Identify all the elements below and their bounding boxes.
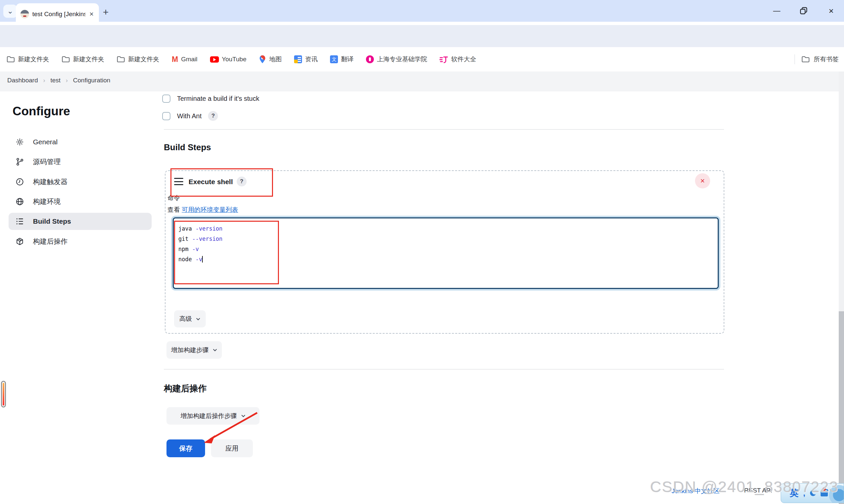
browser-toolbar: ← → ↻ 不安全 http://121.43.133.44:19090/jen… bbox=[0, 25, 844, 47]
breadcrumb-separator: › bbox=[43, 77, 45, 84]
bookmark-gmail[interactable]: M Gmail bbox=[172, 55, 197, 64]
sidebar-item-label: Build Steps bbox=[33, 217, 71, 225]
jenkins-favicon-icon bbox=[20, 10, 29, 18]
breadcrumb-dashboard[interactable]: Dashboard bbox=[7, 77, 38, 84]
news-icon bbox=[294, 55, 302, 63]
sidebar-item-build-triggers[interactable]: 构建触发器 bbox=[8, 173, 152, 191]
sidebar-item-build-environment[interactable]: 构建环境 bbox=[8, 193, 152, 210]
section-divider bbox=[164, 369, 724, 370]
bookmark-youtube[interactable]: YouTube bbox=[210, 56, 247, 63]
breadcrumb-job[interactable]: test bbox=[50, 77, 61, 84]
bookmark-label: Gmail bbox=[181, 56, 197, 63]
bookmark-label: YouTube bbox=[222, 56, 247, 63]
new-tab-button[interactable]: + bbox=[103, 6, 109, 18]
software-icon bbox=[440, 55, 448, 63]
env-hint-row: 查看 可用的环境变量列表 bbox=[168, 205, 238, 214]
sidebar-item-general[interactable]: General bbox=[8, 133, 152, 150]
env-variables-link[interactable]: 可用的环境变量列表 bbox=[182, 206, 238, 213]
add-build-step-label: 增加构建步骤 bbox=[171, 346, 209, 355]
add-build-step-button[interactable]: 增加构建步骤 bbox=[167, 341, 222, 359]
breadcrumb-bar: Dashboard › test › Configuration bbox=[0, 71, 844, 91]
with-ant-checkbox-label[interactable]: With Ant bbox=[177, 112, 202, 120]
config-sidebar: Configure General 源码管理 构建触发器 构建环境 Build … bbox=[0, 91, 155, 504]
checkbox-row-with-ant: With Ant ? bbox=[162, 111, 218, 121]
sidebar-item-build-steps[interactable]: Build Steps bbox=[8, 213, 152, 230]
bookmark-school[interactable]: 上海专业基础学院 bbox=[366, 55, 427, 64]
bookmark-label: 新建文件夹 bbox=[18, 55, 49, 64]
git-branch-icon bbox=[15, 157, 24, 166]
bookmark-software[interactable]: 软件大全 bbox=[440, 55, 476, 64]
bookmark-label: 地图 bbox=[269, 55, 281, 64]
bookmark-news[interactable]: 资讯 bbox=[294, 55, 317, 64]
advanced-button[interactable]: 高级 bbox=[174, 310, 206, 327]
breadcrumb-configuration[interactable]: Configuration bbox=[73, 77, 110, 84]
sidebar-item-label: 构建后操作 bbox=[33, 237, 68, 246]
sidebar-item-label: 构建触发器 bbox=[33, 177, 68, 186]
minimize-icon: — bbox=[773, 6, 780, 15]
restore-icon bbox=[799, 6, 808, 15]
bookmark-label: 资讯 bbox=[305, 55, 317, 64]
sidebar-item-source-code[interactable]: 源码管理 bbox=[8, 153, 152, 170]
annotation-arrow bbox=[194, 403, 267, 450]
translate-icon: 文 bbox=[330, 55, 338, 63]
globe-icon bbox=[15, 197, 24, 206]
bookmark-folder[interactable]: 新建文件夹 bbox=[6, 55, 49, 64]
with-ant-checkbox[interactable] bbox=[162, 112, 170, 120]
tab-title: test Config [Jenkins] bbox=[32, 11, 85, 18]
section-divider bbox=[164, 129, 724, 130]
checkbox-row-terminate: Terminate a build if it's stuck bbox=[162, 94, 259, 103]
env-hint-prefix: 查看 bbox=[168, 206, 182, 213]
close-icon: × bbox=[700, 177, 705, 185]
terminate-checkbox-label[interactable]: Terminate a build if it's stuck bbox=[177, 95, 259, 103]
scrollbar-thumb[interactable] bbox=[839, 311, 844, 504]
tab-close-icon[interactable]: × bbox=[89, 10, 94, 18]
window-close-button[interactable]: × bbox=[820, 0, 843, 22]
gear-icon bbox=[15, 137, 24, 147]
page-title: Configure bbox=[0, 91, 155, 118]
bookmark-translate[interactable]: 文 翻译 bbox=[330, 55, 354, 64]
folder-icon bbox=[6, 56, 15, 63]
sidebar-item-label: General bbox=[33, 138, 58, 146]
bookmark-label: 上海专业基础学院 bbox=[377, 55, 427, 64]
window-minimize-button[interactable]: — bbox=[765, 0, 788, 22]
chevron-down-icon bbox=[196, 318, 201, 321]
maps-pin-icon bbox=[259, 55, 266, 64]
tab-strip: ⌄ test Config [Jenkins] × + — × bbox=[0, 0, 844, 22]
build-steps-list-icon bbox=[15, 217, 24, 226]
csdn-watermark: CSDN @2401_83807223 bbox=[650, 478, 839, 496]
bookmark-folder[interactable]: 新建文件夹 bbox=[62, 55, 104, 64]
breadcrumb-separator: › bbox=[66, 77, 68, 84]
school-icon bbox=[366, 55, 374, 63]
bookmark-label: 软件大全 bbox=[451, 55, 476, 64]
annotation-box-commands bbox=[174, 221, 279, 284]
chrome-seam bbox=[0, 22, 844, 25]
terminate-checkbox[interactable] bbox=[162, 94, 170, 103]
package-box-icon bbox=[15, 237, 24, 246]
folder-icon bbox=[62, 56, 70, 63]
bookmark-maps[interactable]: 地图 bbox=[259, 55, 281, 64]
tab-search-button[interactable]: ⌄ bbox=[3, 5, 17, 18]
help-icon[interactable]: ? bbox=[208, 111, 218, 121]
breadcrumb: Dashboard › test › Configuration bbox=[0, 71, 844, 84]
chevron-down-icon: ⌄ bbox=[7, 7, 13, 16]
advanced-button-label: 高级 bbox=[179, 314, 192, 323]
build-steps-heading: Build Steps bbox=[164, 142, 211, 152]
sidebar-item-post-build-actions[interactable]: 构建后操作 bbox=[8, 233, 152, 250]
bookmark-label: 新建文件夹 bbox=[73, 55, 104, 64]
all-bookmarks[interactable]: 所有书签 bbox=[795, 54, 839, 64]
post-build-heading: 构建后操作 bbox=[164, 383, 207, 394]
bookmarks-bar: 新建文件夹 新建文件夹 新建文件夹 M Gmail YouTube 地图 资讯 … bbox=[0, 47, 844, 71]
folder-icon bbox=[117, 56, 125, 63]
annotation-box-execute-shell bbox=[170, 168, 273, 197]
close-icon: × bbox=[828, 6, 833, 16]
sidebar-item-label: 构建环境 bbox=[33, 197, 61, 206]
chevron-down-icon bbox=[213, 348, 217, 352]
bookmark-folder[interactable]: 新建文件夹 bbox=[117, 55, 159, 64]
bookmark-label: 翻译 bbox=[341, 55, 354, 64]
window-restore-button[interactable] bbox=[792, 0, 815, 22]
bookmark-label: 新建文件夹 bbox=[128, 55, 159, 64]
screen-capture-indicator bbox=[1, 381, 6, 408]
youtube-icon bbox=[210, 56, 219, 62]
delete-step-button[interactable]: × bbox=[695, 173, 710, 188]
sidebar-item-label: 源码管理 bbox=[33, 157, 61, 166]
